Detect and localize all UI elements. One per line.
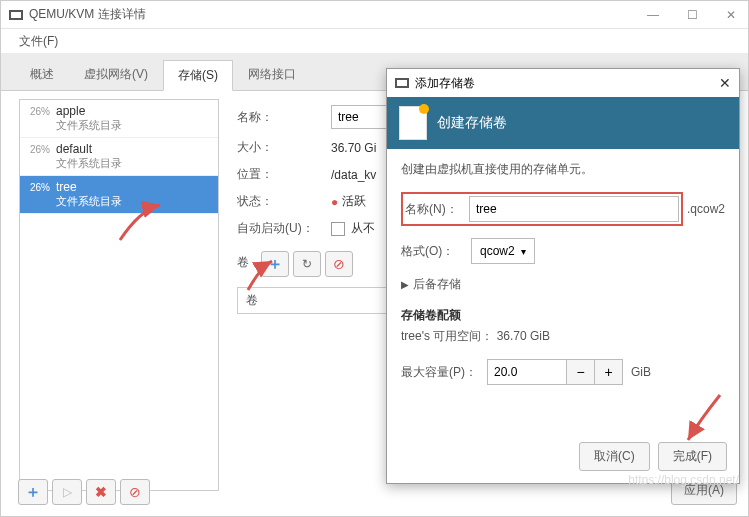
capacity-input[interactable] bbox=[487, 359, 567, 385]
name-field-highlight: 名称(N)： bbox=[401, 192, 683, 226]
autostart-suffix: 从不 bbox=[351, 220, 375, 237]
delete-pool-button[interactable]: ✖ bbox=[86, 479, 116, 505]
refresh-volumes-button[interactable]: ↻ bbox=[293, 251, 321, 277]
add-volume-button[interactable]: ＋ bbox=[261, 251, 289, 277]
chevron-down-icon: ▾ bbox=[521, 246, 526, 257]
volumes-label: 卷 bbox=[237, 254, 261, 271]
pool-row[interactable]: 26% apple 文件系统目录 bbox=[20, 100, 218, 138]
dialog-close-button[interactable]: ✕ bbox=[719, 75, 731, 91]
dialog-banner: 创建存储卷 bbox=[387, 97, 739, 149]
quota-available: tree's 可用空间： 36.70 GiB bbox=[401, 328, 725, 345]
pool-toolbar: ＋ ▷ ✖ ⊘ bbox=[18, 479, 150, 505]
tab-vnet[interactable]: 虚拟网络(V) bbox=[69, 59, 163, 90]
tab-storage[interactable]: 存储(S) bbox=[163, 60, 233, 91]
autostart-checkbox[interactable] bbox=[331, 222, 345, 236]
tab-overview[interactable]: 概述 bbox=[15, 59, 69, 90]
dialog-icon bbox=[395, 78, 409, 88]
format-label: 格式(O)： bbox=[401, 243, 471, 260]
stop-pool-button[interactable]: ⊘ bbox=[120, 479, 150, 505]
vol-name-input[interactable] bbox=[469, 196, 679, 222]
app-icon bbox=[9, 10, 23, 20]
capacity-unit: GiB bbox=[631, 365, 651, 379]
start-pool-button[interactable]: ▷ bbox=[52, 479, 82, 505]
state-label: 状态： bbox=[237, 193, 331, 210]
add-pool-button[interactable]: ＋ bbox=[18, 479, 48, 505]
maximize-button[interactable]: ☐ bbox=[683, 8, 702, 22]
state-value: 活跃 bbox=[342, 193, 366, 210]
size-value: 36.70 Gi bbox=[331, 141, 376, 155]
vol-name-suffix: .qcow2 bbox=[687, 202, 725, 216]
svg-rect-3 bbox=[397, 80, 407, 86]
volume-list-header: 卷 bbox=[237, 287, 387, 314]
quota-title: 存储卷配额 bbox=[401, 307, 725, 324]
capacity-increment[interactable]: + bbox=[595, 359, 623, 385]
window-title: QEMU/KVM 连接详情 bbox=[29, 6, 146, 23]
minimize-button[interactable]: — bbox=[643, 8, 663, 22]
menubar: 文件(F) bbox=[1, 29, 748, 53]
svg-rect-1 bbox=[11, 12, 21, 18]
pool-row-selected[interactable]: 26% tree 文件系统目录 bbox=[20, 176, 218, 214]
dialog-description: 创建由虚拟机直接使用的存储单元。 bbox=[401, 161, 725, 178]
location-value: /data_kv bbox=[331, 168, 376, 182]
triangle-right-icon: ▶ bbox=[401, 279, 409, 290]
state-icon: ● bbox=[331, 195, 338, 209]
name-label: 名称： bbox=[237, 109, 331, 126]
menu-file[interactable]: 文件(F) bbox=[13, 31, 64, 52]
dialog-title: 添加存储卷 bbox=[415, 75, 475, 92]
titlebar: QEMU/KVM 连接详情 — ☐ ✕ bbox=[1, 1, 748, 29]
finish-button[interactable]: 完成(F) bbox=[658, 442, 727, 471]
delete-volume-button[interactable]: ⊘ bbox=[325, 251, 353, 277]
backing-store-disclosure[interactable]: ▶后备存储 bbox=[401, 276, 725, 293]
size-label: 大小： bbox=[237, 139, 331, 156]
storage-pool-list: 26% apple 文件系统目录 26% default 文件系统目录 26% … bbox=[19, 99, 219, 491]
autostart-label: 自动启动(U)： bbox=[237, 220, 331, 237]
tab-netif[interactable]: 网络接口 bbox=[233, 59, 311, 90]
add-volume-dialog: 添加存储卷 ✕ 创建存储卷 创建由虚拟机直接使用的存储单元。 名称(N)： .q… bbox=[386, 68, 740, 484]
capacity-label: 最大容量(P)： bbox=[401, 364, 487, 381]
vol-name-label: 名称(N)： bbox=[405, 201, 469, 218]
pool-row[interactable]: 26% default 文件系统目录 bbox=[20, 138, 218, 176]
location-label: 位置： bbox=[237, 166, 331, 183]
new-volume-icon bbox=[399, 106, 427, 140]
banner-title: 创建存储卷 bbox=[437, 114, 507, 132]
capacity-decrement[interactable]: − bbox=[567, 359, 595, 385]
cancel-button[interactable]: 取消(C) bbox=[579, 442, 650, 471]
format-select[interactable]: qcow2 ▾ bbox=[471, 238, 535, 264]
close-button[interactable]: ✕ bbox=[722, 8, 740, 22]
